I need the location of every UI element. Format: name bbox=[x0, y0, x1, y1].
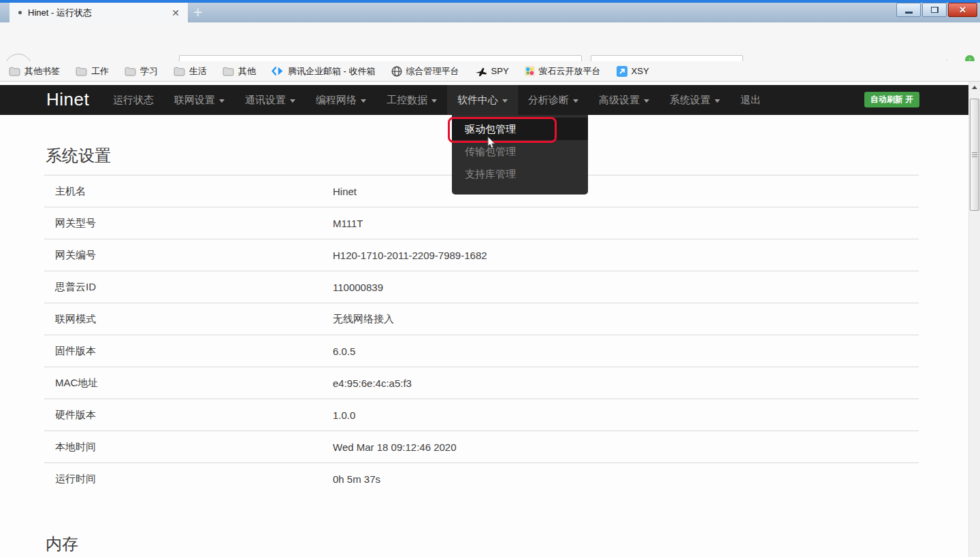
bookmark-folder-life[interactable]: 生活 bbox=[174, 65, 207, 78]
chevron-down-icon bbox=[502, 99, 508, 103]
nav-item-analysis-diagnosis[interactable]: 分析诊断 bbox=[528, 85, 578, 115]
menu-item-transfer-package[interactable]: 传输包管理 bbox=[452, 140, 588, 163]
new-tab-button[interactable]: + bbox=[193, 3, 202, 22]
row-value: 110000839 bbox=[333, 282, 383, 293]
bookmark-tencent-mail[interactable]: 腾讯企业邮箱 - 收件箱 bbox=[272, 65, 376, 78]
close-window-button[interactable]: ✕ bbox=[948, 3, 977, 17]
menu-item-support-library[interactable]: 支持库管理 bbox=[452, 163, 588, 185]
bookmark-folder-study[interactable]: 学习 bbox=[125, 65, 158, 78]
bookmark-label: 综合管理平台 bbox=[406, 65, 459, 78]
nav-item-software-center[interactable]: 软件中心 bbox=[447, 85, 518, 115]
bookmark-label: SPY bbox=[491, 66, 509, 76]
chevron-down-icon bbox=[219, 99, 225, 103]
tab-close-icon[interactable]: ✕ bbox=[169, 7, 182, 18]
plane-icon bbox=[475, 67, 487, 76]
bookmark-label: 萤石云开放平台 bbox=[539, 65, 601, 78]
chevron-down-icon bbox=[573, 99, 578, 103]
nav-item-logout[interactable]: 退出 bbox=[740, 85, 761, 115]
row-label: 网关型号 bbox=[44, 217, 333, 230]
bookmark-label: 工作 bbox=[91, 65, 109, 78]
vertical-scrollbar[interactable] bbox=[968, 82, 980, 557]
folder-icon bbox=[223, 67, 234, 76]
site-navbar: Hinet 运行状态 联网设置 通讯设置 编程网络 工控数据 软件中心 分析诊断… bbox=[0, 85, 968, 115]
memory-section-title: 内存 bbox=[46, 533, 919, 555]
site-brand[interactable]: Hinet bbox=[46, 89, 89, 110]
chevron-down-icon bbox=[644, 99, 649, 103]
row-label: 固件版本 bbox=[44, 345, 333, 358]
minimize-icon bbox=[905, 12, 913, 14]
bookmark-folder-work[interactable]: 工作 bbox=[76, 65, 109, 78]
nav-item-advanced-settings[interactable]: 高级设置 bbox=[599, 85, 649, 115]
row-value: M111T bbox=[333, 218, 363, 229]
scroll-up-icon bbox=[972, 86, 977, 89]
row-value: Hinet bbox=[333, 186, 357, 197]
folder-icon bbox=[76, 67, 87, 76]
row-label: 主机名 bbox=[44, 185, 333, 198]
row-label: 思普云ID bbox=[44, 281, 333, 294]
bookmark-xsy[interactable]: XSY bbox=[617, 66, 649, 77]
nav-item-programming-network[interactable]: 编程网络 bbox=[316, 85, 366, 115]
bookmark-mgmt-platform[interactable]: 综合管理平台 bbox=[391, 65, 459, 78]
row-label: 硬件版本 bbox=[44, 409, 333, 422]
bookmark-label: 其他书签 bbox=[24, 65, 60, 78]
scrollbar-grip-icon bbox=[972, 152, 977, 158]
table-row: 固件版本6.0.5 bbox=[44, 335, 919, 367]
bookmark-folder-other[interactable]: 其他书签 bbox=[9, 65, 60, 78]
globe-icon bbox=[391, 66, 402, 77]
nav-item-running-status[interactable]: 运行状态 bbox=[113, 85, 154, 115]
nav-item-industrial-data[interactable]: 工控数据 bbox=[387, 85, 437, 115]
tab-title: Hinet - 运行状态 bbox=[28, 7, 169, 19]
chevron-down-icon bbox=[361, 99, 366, 103]
table-row: 硬件版本1.0.0 bbox=[44, 399, 919, 431]
row-value: e4:95:6e:4c:a5:f3 bbox=[333, 377, 412, 389]
tab-favicon-icon bbox=[18, 11, 22, 14]
page-viewport: Hinet 运行状态 联网设置 通讯设置 编程网络 工控数据 软件中心 分析诊断… bbox=[0, 82, 980, 557]
table-row: 运行时间0h 5m 37s bbox=[44, 462, 919, 494]
row-label: 运行时间 bbox=[44, 473, 333, 486]
bookmark-label: 其他 bbox=[238, 65, 256, 78]
table-row: 网关型号M111T bbox=[44, 207, 919, 239]
nav-item-network-settings[interactable]: 联网设置 bbox=[174, 85, 225, 115]
bookmarks-bar: 其他书签 工作 学习 生活 其他 腾讯企业邮箱 - 收件箱 综合管理平台 SPY… bbox=[0, 61, 980, 82]
menu-item-driver-package[interactable]: 驱动包管理 bbox=[452, 118, 588, 140]
folder-icon bbox=[174, 67, 185, 76]
row-label: MAC地址 bbox=[44, 377, 333, 390]
scrollbar-up-button[interactable] bbox=[969, 82, 980, 93]
software-center-dropdown: 驱动包管理 传输包管理 支持库管理 bbox=[452, 115, 588, 195]
restore-icon bbox=[931, 7, 938, 13]
table-row: 思普云ID110000839 bbox=[44, 271, 919, 303]
row-label: 网关编号 bbox=[44, 249, 333, 262]
bookmark-label: 生活 bbox=[189, 65, 207, 78]
scrollbar-thumb[interactable] bbox=[970, 99, 979, 211]
xsy-icon bbox=[617, 66, 627, 77]
bookmark-label: 学习 bbox=[140, 65, 158, 78]
row-value: 无线网络接入 bbox=[333, 313, 394, 326]
tab-bar: Hinet - 运行状态 ✕ + ✕ bbox=[0, 3, 980, 22]
nav-item-system-settings[interactable]: 系统设置 bbox=[670, 85, 720, 115]
bookmark-ezviz[interactable]: 萤石云开放平台 bbox=[525, 65, 601, 78]
auto-refresh-toggle[interactable]: 自动刷新 开 bbox=[864, 92, 919, 107]
chevron-down-icon bbox=[715, 99, 720, 103]
bookmark-spy[interactable]: SPY bbox=[475, 66, 509, 76]
bookmark-label: XSY bbox=[632, 66, 649, 76]
minimize-button[interactable] bbox=[896, 3, 921, 17]
tencent-mail-icon bbox=[272, 66, 284, 76]
table-row: 联网模式无线网络接入 bbox=[44, 303, 919, 335]
row-label: 本地时间 bbox=[44, 441, 333, 454]
table-row: 网关编号H120-1710-2011-2209-7989-1682 bbox=[44, 239, 919, 271]
bookmark-folder-misc[interactable]: 其他 bbox=[223, 65, 256, 78]
row-value: 1.0.0 bbox=[333, 409, 355, 421]
row-value: 0h 5m 37s bbox=[333, 473, 380, 485]
browser-tab[interactable]: Hinet - 运行状态 ✕ bbox=[10, 3, 188, 22]
row-value: Wed Mar 18 09:12:46 2020 bbox=[333, 441, 457, 453]
row-value: 6.0.5 bbox=[333, 345, 355, 357]
chevron-down-icon bbox=[290, 99, 295, 103]
bookmark-label: 腾讯企业邮箱 - 收件箱 bbox=[288, 65, 376, 78]
nav-item-comm-settings[interactable]: 通讯设置 bbox=[245, 85, 295, 115]
ezviz-dots-icon bbox=[525, 66, 535, 76]
row-value: H120-1710-2011-2209-7989-1682 bbox=[333, 250, 487, 261]
row-label: 联网模式 bbox=[44, 313, 333, 326]
close-icon: ✕ bbox=[959, 5, 966, 15]
restore-button[interactable] bbox=[922, 3, 947, 17]
table-row: 本地时间Wed Mar 18 09:12:46 2020 bbox=[44, 431, 919, 462]
